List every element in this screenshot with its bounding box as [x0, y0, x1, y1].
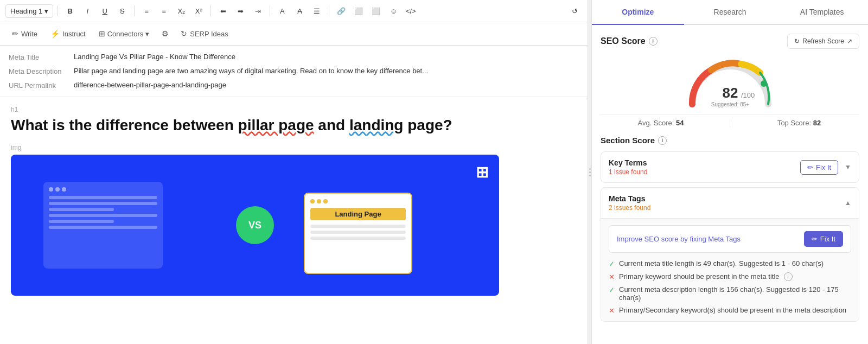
serp-ideas-button[interactable]: ↻ SERP Ideas — [175, 27, 234, 41]
key-terms-header[interactable]: Key Terms 1 issue found ✏ Fix It ▼ — [601, 152, 859, 182]
meta-title-row: Meta Title Landing Page Vs Pillar Page -… — [9, 50, 579, 64]
section-score-info-icon[interactable]: i — [658, 136, 667, 145]
serp-label: SERP Ideas — [190, 30, 228, 38]
strikethrough-button[interactable]: S — [114, 3, 130, 18]
external-link-icon: ↗ — [847, 37, 852, 45]
title-highlight-landing: landing — [349, 117, 404, 133]
media-button[interactable]: ⬜ — [368, 3, 384, 18]
refresh-score-button[interactable]: ↻ Refresh Score ↗ — [787, 34, 859, 49]
top-score-value: 82 — [813, 119, 821, 127]
serp-icon: ↻ — [181, 29, 187, 38]
meta-url-row: URL Permalink difference-between-pillar-… — [9, 78, 579, 92]
title-part1: What is the difference between — [11, 117, 238, 133]
ordered-list-button[interactable]: ≡ — [139, 3, 154, 18]
align-left-button[interactable]: ⬅ — [215, 3, 231, 18]
improve-text: Improve SEO score by fixing Meta Tags — [617, 235, 741, 243]
subscript-button[interactable]: X₂ — [174, 3, 189, 18]
tab-optimize[interactable]: Optimize — [592, 0, 684, 25]
connectors-button[interactable]: ⊞ Connectors ▾ — [93, 27, 155, 41]
line-5 — [49, 220, 114, 223]
meta-tags-item: Meta Tags 2 issues found ▲ Improve SEO s… — [601, 187, 859, 322]
check-list: ✓ Current meta title length is 49 char(s… — [609, 259, 851, 315]
score-stat-divider — [730, 119, 730, 127]
dot-red — [49, 187, 53, 192]
meta-description-label: Meta Description — [9, 67, 74, 75]
settings-button[interactable]: ⚙ — [157, 26, 173, 42]
article-title[interactable]: What is the difference between pillar pa… — [11, 116, 577, 135]
toolbar-divider-2 — [134, 5, 135, 16]
meta-tags-fix-label: Fix It — [820, 235, 835, 243]
svg-text:/100: /100 — [741, 91, 755, 99]
key-terms-fix-button[interactable]: ✏ Fix It — [800, 160, 838, 175]
meta-tags-issues: 2 issues found — [609, 204, 650, 212]
image-button[interactable]: ⬜ — [351, 3, 366, 18]
meta-description-value[interactable]: Pillar page and landing page are two ama… — [74, 67, 579, 75]
meta-tags-header[interactable]: Meta Tags 2 issues found ▲ — [601, 188, 859, 218]
tab-ai-templates[interactable]: AI Templates — [776, 0, 868, 25]
key-terms-chevron-icon: ▼ — [845, 163, 851, 171]
check-info-icon[interactable]: i — [784, 272, 793, 281]
code-button[interactable]: </> — [403, 3, 418, 18]
improve-bar: Improve SEO score by fixing Meta Tags ✏ … — [609, 225, 851, 253]
dot-yellow-1 — [310, 199, 315, 203]
editor-panel: Heading 1 ▾ B I U S ≡ ≡ X₂ X² ⬅ ➡ ⇥ A A̶… — [0, 0, 588, 344]
superscript-button[interactable]: X² — [191, 3, 206, 18]
resize-dot-2 — [589, 171, 591, 173]
text-color-button[interactable]: A — [275, 3, 290, 18]
clear-format-button[interactable]: A̶ — [292, 3, 307, 18]
lp-line-1 — [310, 225, 406, 228]
check-text-2: Primary keyword should be present in the… — [619, 272, 780, 281]
link-button[interactable]: 🔗 — [334, 3, 349, 18]
meta-url-value[interactable]: difference-between-pillar-page-and-landi… — [74, 81, 579, 89]
top-score-stat: Top Score: 82 — [739, 119, 859, 127]
refresh-label: Refresh Score — [802, 37, 844, 45]
meta-tags-fix-primary-button[interactable]: ✏ Fix It — [804, 231, 843, 247]
settings-icon: ⚙ — [162, 29, 169, 38]
heading-select[interactable]: Heading 1 ▾ — [5, 4, 53, 18]
unordered-list-button[interactable]: ≡ — [156, 3, 171, 18]
resize-dot-1 — [589, 168, 591, 170]
landing-page-label: Landing Page — [310, 208, 406, 220]
connectors-chevron-icon: ▾ — [145, 30, 149, 38]
underline-button[interactable]: U — [97, 3, 112, 18]
italic-button[interactable]: I — [80, 3, 95, 18]
fix-it-primary-icon: ✏ — [812, 235, 818, 243]
key-terms-fix-label: Fix It — [816, 163, 831, 171]
line-3 — [49, 208, 114, 211]
instruct-label: Instruct — [62, 30, 86, 38]
align-center-button[interactable]: ☰ — [309, 3, 324, 18]
tab-research[interactable]: Research — [684, 0, 776, 25]
write-button[interactable]: ✏ Write — [7, 27, 43, 41]
avg-score-stat: Avg. Score: 54 — [601, 119, 721, 127]
top-score-label: Top Score: — [777, 119, 811, 127]
meta-description-row: Meta Description Pillar page and landing… — [9, 64, 579, 78]
align-right-button[interactable]: ➡ — [233, 3, 248, 18]
instruct-icon: ⚡ — [50, 29, 60, 38]
content-area[interactable]: h1 What is the difference between pillar… — [0, 97, 588, 344]
check-text-3: Current meta description length is 156 c… — [619, 285, 851, 302]
emoji-button[interactable]: ☺ — [386, 3, 401, 18]
fix-it-icon-1: ✏ — [807, 163, 813, 171]
seo-score-label: SEO Score — [601, 36, 646, 46]
seo-score-info-icon[interactable]: i — [649, 37, 658, 46]
seo-score-title: SEO Score i — [601, 36, 658, 46]
history-button[interactable]: ↺ — [567, 3, 582, 18]
meta-url-label: URL Permalink — [9, 81, 74, 90]
key-terms-name: Key Terms — [609, 158, 647, 167]
key-terms-left: Key Terms 1 issue found — [609, 158, 647, 176]
chevron-down-icon: ▾ — [44, 7, 48, 15]
secondary-toolbar: ✏ Write ⚡ Instruct ⊞ Connectors ▾ ⚙ ↻ SE… — [0, 22, 588, 46]
section-score-header: Section Score i — [601, 136, 859, 145]
check-text-1: Current meta title length is 49 char(s).… — [619, 259, 824, 267]
bold-button[interactable]: B — [62, 3, 78, 18]
instruct-button[interactable]: ⚡ Instruct — [45, 27, 91, 41]
check-fail-icon-2: ✕ — [609, 307, 615, 315]
meta-title-value[interactable]: Landing Page Vs Pillar Page - Know The D… — [74, 53, 579, 61]
toolbar-divider-1 — [58, 5, 58, 16]
meta-tags-left: Meta Tags 2 issues found — [609, 194, 650, 212]
check-item-1: ✓ Current meta title length is 49 char(s… — [609, 259, 851, 268]
avg-score-value: 54 — [676, 119, 684, 127]
browser-mockup-left — [43, 182, 163, 269]
gauge-svg: 82 /100 Suggested: 85+ — [681, 55, 779, 110]
indent-button[interactable]: ⇥ — [250, 3, 265, 18]
